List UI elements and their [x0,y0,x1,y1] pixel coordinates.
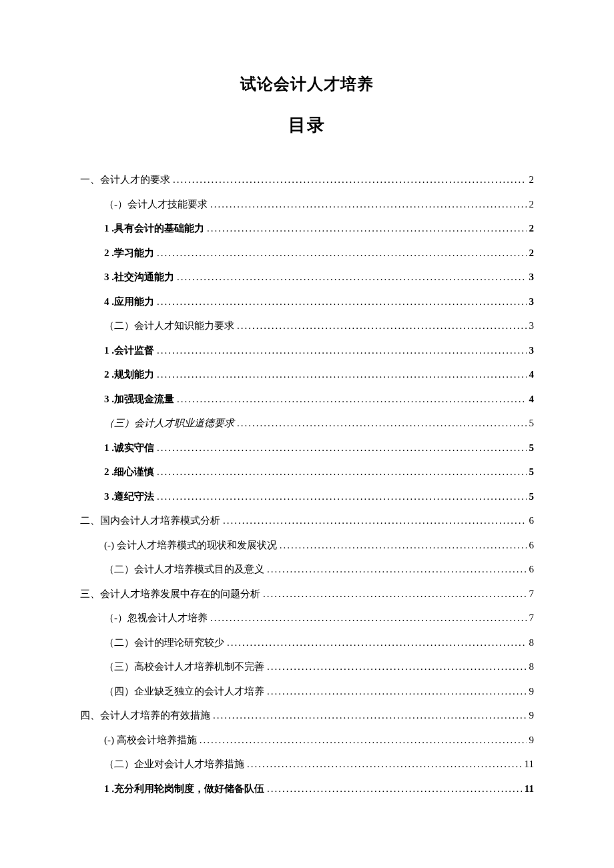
toc-row: 4 .应用能力3 [80,292,534,312]
toc-page-number: 4 [527,365,535,384]
toc-row: 1 .充分利用轮岗制度，做好储备队伍11 [80,779,534,799]
toc-entry-label[interactable]: 一、会计人才的要求 [80,170,170,189]
toc-leader-dots [204,219,527,238]
toc-entry-label[interactable]: （二）会计人才知识能力要求 [104,316,234,336]
toc-row: （三）会计人才职业道德要求5 [80,414,534,433]
toc-entry-label[interactable]: 1 .会计监督 [104,341,154,360]
toc-entry-label[interactable]: 1 .诚实守信 [104,438,154,458]
toc-leader-dots [208,608,527,628]
toc-page-number: 11 [522,779,534,799]
toc-entry-label[interactable]: (-) 高校会计培养措施 [104,731,197,750]
toc-page-number: 5 [527,414,535,433]
toc-page-number: 8 [527,633,535,653]
toc-entry-label[interactable]: （三）会计人才职业道德要求 [104,414,234,433]
toc-entry-label[interactable]: 三、会计人才培养发展中存在的问题分析 [80,584,260,604]
toc-leader-dots [154,438,527,458]
toc-leader-dots [208,195,527,214]
toc-entry-label[interactable]: 4 .应用能力 [104,292,154,312]
toc-page-number: 9 [527,731,535,750]
toc-leader-dots [234,316,527,336]
toc-leader-dots [197,731,527,750]
toc-row: （二）会计的理论研究较少8 [80,633,534,653]
toc-entry-label[interactable]: （四）企业缺乏独立的会计人才培养 [104,682,264,701]
toc-row: 一、会计人才的要求2 [80,170,534,189]
toc-row: 2 .细心谨慎5 [80,462,534,482]
toc-leader-dots [234,414,527,433]
toc-row: 1 .具有会计的基础能力2 [80,219,534,238]
toc-entry-label[interactable]: (-) 会计人才培养模式的现状和发展状况 [104,536,277,555]
toc-entry-label[interactable]: 3 .加强现金流量 [104,390,174,409]
toc-page-number: 2 [527,219,535,238]
toc-leader-dots [170,170,527,189]
toc-leader-dots [154,292,527,312]
toc-row: 三、会计人才培养发展中存在的问题分析7 [80,584,534,604]
toc-leader-dots [244,755,522,774]
toc-entry-label[interactable]: （-）忽视会计人才培养 [104,608,208,628]
toc-entry-label[interactable]: 2 .细心谨慎 [104,462,154,482]
toc-entry-label[interactable]: 2 .规划能力 [104,365,154,384]
toc-row: (-) 会计人才培养模式的现状和发展状况6 [80,536,534,555]
toc-page-number: 2 [527,195,535,214]
toc-entry-label[interactable]: 1 .充分利用轮岗制度，做好储备队伍 [104,779,264,799]
toc-row: 3 .加强现金流量4 [80,390,534,409]
toc-row: 2 .规划能力4 [80,365,534,384]
toc-row: （二）会计人才知识能力要求3 [80,316,534,336]
toc-entry-label[interactable]: 1 .具有会计的基础能力 [104,219,204,238]
toc-entry-label[interactable]: （二）会计人才培养模式目的及意义 [104,560,264,579]
toc-leader-dots [264,657,527,677]
toc-entry-label[interactable]: （二）会计的理论研究较少 [104,633,224,653]
toc-page-number: 6 [527,511,535,530]
toc-page-number: 9 [527,706,535,725]
toc-heading: 目录 [80,113,534,137]
toc-page-number: 5 [527,462,535,482]
toc-leader-dots [154,244,527,263]
toc-leader-dots [174,390,527,409]
toc-leader-dots [210,706,527,725]
toc-row: 二、国内会计人才培养模式分析6 [80,511,534,530]
toc-leader-dots [154,462,527,482]
toc-leader-dots [264,560,527,579]
toc-page-number: 9 [527,682,535,701]
toc-entry-label[interactable]: （-）会计人才技能要求 [104,195,208,214]
toc-page-number: 2 [527,170,535,189]
toc-page-number: 11 [522,755,534,774]
toc-entry-label[interactable]: 3 .遵纪守法 [104,487,154,506]
toc-row: （二）会计人才培养模式目的及意义6 [80,560,534,579]
toc-row: （-）忽视会计人才培养7 [80,608,534,628]
toc-page-number: 6 [527,536,535,555]
toc-row: （三）高校会计人才培养机制不完善8 [80,657,534,677]
toc-leader-dots [260,584,527,604]
toc-leader-dots [264,779,522,799]
toc-page-number: 6 [527,560,535,579]
toc-row: （四）企业缺乏独立的会计人才培养9 [80,682,534,701]
document-title: 试论会计人才培养 [80,73,534,95]
toc-page-number: 7 [527,608,535,628]
toc-row: 3 .遵纪守法5 [80,487,534,506]
toc-row: 四、会计人才培养的有效措施9 [80,706,534,725]
toc-page-number: 2 [527,244,535,263]
toc-page-number: 4 [527,390,535,409]
toc-row: 3 .社交沟通能力3 [80,268,534,287]
toc-page-number: 5 [527,487,535,506]
toc-leader-dots [154,341,527,360]
toc-row: （-）会计人才技能要求2 [80,195,534,214]
toc-page-number: 3 [527,316,535,336]
table-of-contents: 一、会计人才的要求2（-）会计人才技能要求21 .具有会计的基础能力22 .学习… [80,170,534,798]
toc-row: (-) 高校会计培养措施9 [80,731,534,750]
toc-page-number: 3 [527,341,535,360]
toc-page-number: 3 [527,268,535,287]
toc-entry-label[interactable]: （三）高校会计人才培养机制不完善 [104,657,264,677]
toc-entry-label[interactable]: 二、国内会计人才培养模式分析 [80,511,220,530]
toc-row: 1 .诚实守信5 [80,438,534,458]
toc-entry-label[interactable]: （二）企业对会计人才培养措施 [104,755,244,774]
toc-page-number: 3 [527,292,535,312]
toc-page-number: 5 [527,438,535,458]
toc-row: （二）企业对会计人才培养措施11 [80,755,534,774]
toc-leader-dots [264,682,527,701]
toc-leader-dots [154,365,527,384]
toc-entry-label[interactable]: 3 .社交沟通能力 [104,268,174,287]
toc-leader-dots [174,268,527,287]
toc-entry-label[interactable]: 四、会计人才培养的有效措施 [80,706,210,725]
toc-leader-dots [277,536,527,555]
toc-entry-label[interactable]: 2 .学习能力 [104,244,154,263]
